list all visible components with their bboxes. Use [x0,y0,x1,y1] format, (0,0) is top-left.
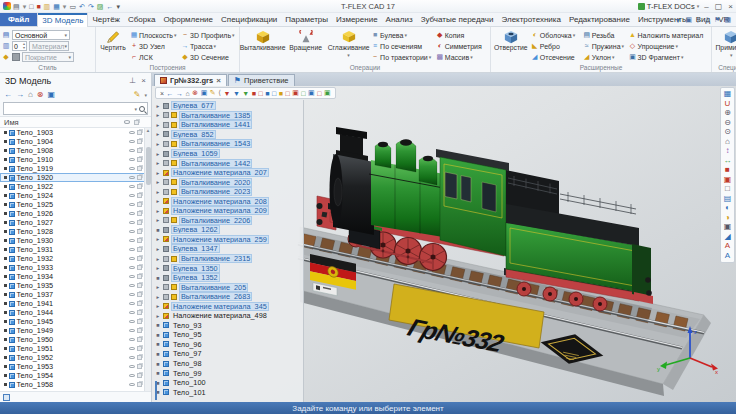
tab-bar-icon[interactable]: ? [696,17,700,24]
tree-row-operation[interactable]: ▸ Выталкивание_1442 [152,158,303,168]
tree-row-body[interactable]: Тело_1922 [0,182,151,191]
tree-row-operation[interactable]: ▸ Выталкивание_2023 [152,187,303,197]
expander-icon[interactable]: ▸ [155,189,161,195]
close-icon[interactable]: × [141,76,146,85]
visibility-eye-icon[interactable] [129,383,135,387]
visibility-eye-icon[interactable] [129,194,135,198]
viewport-tool-icon[interactable]: □ [285,90,289,97]
copy-icon[interactable] [137,220,142,225]
copy-icon[interactable] [137,184,142,189]
viewport-view-icon[interactable]: ◢ [724,233,730,241]
expander-icon[interactable]: ■ [155,351,161,357]
tree-row-body[interactable]: Тело_1930 [0,236,151,245]
copy-icon[interactable] [137,283,142,288]
tree-row-body[interactable]: Тело_1944 [0,308,151,317]
expander-icon[interactable]: ▸ [155,217,161,223]
ribbon-tab[interactable]: Анализ [382,13,417,26]
tab-bar-icon[interactable]: ▦ [724,16,731,24]
quick-access-icon[interactable]: ▤ [13,3,20,10]
copy-icon[interactable] [137,256,142,261]
quick-access-icon[interactable]: ▨ [97,3,104,10]
expander-icon[interactable]: ■ [155,370,161,376]
expander-icon[interactable]: ▸ [155,265,161,271]
quick-access-icon[interactable]: ▾ [116,3,120,10]
ribbon-tab[interactable]: Сборка [124,13,159,26]
expander-icon[interactable]: ▸ [155,208,161,214]
hole-button[interactable]: Отверстие [493,28,529,63]
viewport-view-icon[interactable]: ⊖ [724,119,731,127]
visibility-eye-icon[interactable] [129,212,135,216]
tree-row-body[interactable]: Тело_1919 [0,164,151,173]
viewport-tool-icon[interactable]: ▣ [308,89,315,97]
viewport-view-icon[interactable]: ▦ [724,90,732,98]
expander-icon[interactable]: ■ [155,322,161,328]
ribbon-item[interactable]: ≡ По сечениям [371,41,434,51]
expander-icon[interactable]: ▸ [155,170,161,176]
tree-row-body[interactable]: Тело_1958 [0,380,151,389]
minimize-button[interactable]: – [704,2,708,11]
expander-icon[interactable]: ▸ [155,284,161,290]
material-select[interactable]: Материал▾ [29,41,69,51]
pin-icon[interactable]: ⊥ [129,76,136,85]
tree-row-operation[interactable]: ▸ Выталкивание_205 [152,282,303,292]
tab-bar-icon[interactable]: ⚑ [714,16,720,24]
viewport-tool-icon[interactable]: □ [317,90,321,97]
expander-icon[interactable]: ▸ [155,151,161,157]
tree-row-body[interactable]: Тело_1908 [0,146,151,155]
tree-row-operation[interactable]: ■ Тело_100 [152,378,303,388]
copy-icon[interactable] [137,301,142,306]
copy-icon[interactable] [137,319,142,324]
quick-access-icon[interactable]: ▾ [63,3,67,10]
tree-row-body[interactable]: Тело_1904 [0,137,151,146]
visibility-eye-icon[interactable] [129,266,135,270]
copy-icon[interactable] [137,292,142,297]
layers-icon[interactable] [3,394,10,401]
document-tab-active[interactable]: Гр№332.grs × [154,74,227,86]
viewport-tool-icon[interactable]: ▣ [324,89,331,97]
visibility-eye-icon[interactable] [129,347,135,351]
tree-row-operation[interactable]: ▸ Выталкивание_1385 [152,111,303,121]
expander-icon[interactable]: ■ [155,332,161,338]
viewport-tool-icon[interactable]: ⌂ [186,90,190,97]
tree-row-body[interactable]: Тело_1903 [0,128,151,137]
copy-icon[interactable] [137,265,142,270]
expander-icon[interactable]: ▸ [155,236,161,242]
viewport-view-icon[interactable]: ▣ [724,223,732,231]
visibility-eye-icon[interactable] [129,257,135,261]
viewport-view-icon[interactable]: ◐ [725,204,730,212]
tab-bar-icon[interactable]: ▣ [685,16,692,24]
tree-row-body[interactable]: Тело_1910 [0,155,151,164]
ribbon-item[interactable]: ■ Булева ▾ [371,30,434,40]
extrude-button[interactable]: Выталкивание [242,28,283,63]
ribbon-item[interactable]: ▣ 3D Фрагмент ▾ [629,52,710,62]
viewport-view-icon[interactable]: ▤ [724,195,732,203]
viewport-tool-icon[interactable]: □ [258,90,262,97]
quick-access-icon[interactable]: ■ [36,3,40,10]
chevron-down-icon[interactable]: ▾ [134,106,137,112]
tree-row-operation[interactable]: ■ Тело_101 [152,387,303,397]
draw-button[interactable]: Чертить [98,28,128,63]
tab-bar-icon[interactable]: ◎ [704,16,710,24]
tree-footer-icon[interactable] [155,381,157,400]
tree-row-operation[interactable]: ▸ Выталкивание_2020 [152,177,303,187]
copy-icon[interactable] [137,346,142,351]
ribbon-tab[interactable]: 3D Модель [37,13,88,27]
ribbon-item[interactable]: ≈ Пружина ▾ [583,41,627,51]
visibility-eye-icon[interactable] [129,131,135,135]
viewport-tool-icon[interactable]: ▣ [201,89,208,97]
expander-icon[interactable]: ▸ [155,303,161,309]
expander-icon[interactable]: ▸ [155,122,161,128]
viewport-view-icon[interactable]: ◑ [725,214,730,222]
ribbon-item[interactable]: ▲ Наложить материал [629,30,710,40]
blend-button[interactable]: Сглаживание ▾ [328,28,369,63]
expander-icon[interactable]: ▸ [155,256,161,262]
scroll-up-icon[interactable]: ▲ [146,128,150,133]
expander-icon[interactable]: ▸ [155,160,161,166]
viewport-tool-icon[interactable]: ■ [279,90,283,97]
copy-icon[interactable] [137,211,142,216]
copy-icon[interactable] [137,229,142,234]
viewport-tool-icon[interactable]: ▼ [223,90,230,97]
viewport-view-icon[interactable]: ⌂ [725,138,730,146]
panel-tool-icon[interactable]: ⌂ [28,90,33,99]
tree-scrollbar[interactable]: ▲ [144,128,151,391]
